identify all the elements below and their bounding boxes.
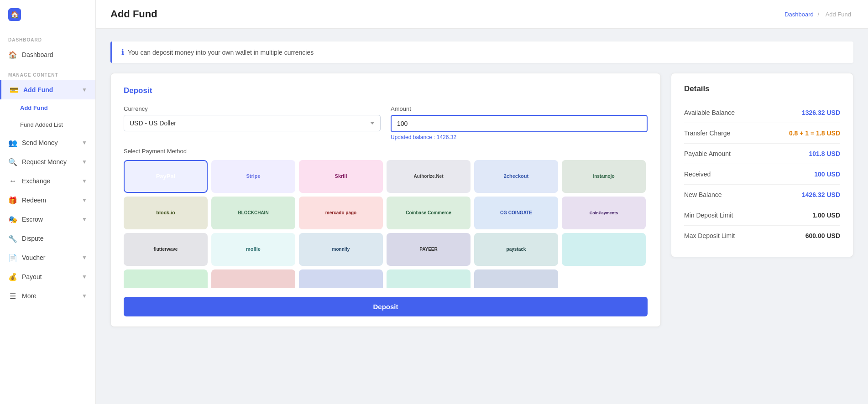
payment-item-instamojo[interactable]: instamojo bbox=[562, 160, 646, 193]
sidebar-item-dashboard[interactable]: 🏠 Dashboard bbox=[0, 45, 95, 64]
sidebar-sub-label: Fund Added List bbox=[20, 121, 63, 128]
payment-label-authorize: Authorize.Net bbox=[412, 172, 445, 181]
payment-item-authorize[interactable]: Authorize.Net bbox=[387, 160, 471, 193]
breadcrumb: Dashboard / Add Fund bbox=[784, 11, 853, 18]
currency-select[interactable]: USD - US Doller EUR - Euro GBP - British… bbox=[124, 115, 381, 131]
details-row: New Balance 1426.32 USD bbox=[684, 185, 840, 205]
payment-item-extra3[interactable] bbox=[211, 269, 295, 288]
chevron-down-icon: ▼ bbox=[82, 197, 87, 203]
sidebar-item-redeem[interactable]: 🎁 Redeem ▼ bbox=[0, 191, 95, 210]
payment-item-coinbase[interactable]: Coinbase Commerce bbox=[387, 197, 471, 229]
currency-group: Currency USD - US Doller EUR - Euro GBP … bbox=[124, 105, 381, 140]
sidebar-sub-label: Add Fund bbox=[20, 104, 48, 111]
payment-item-extra5[interactable] bbox=[387, 269, 471, 288]
details-row-value: 1426.32 USD bbox=[802, 191, 840, 198]
sidebar-item-label: Dashboard bbox=[22, 51, 53, 58]
updated-balance: Updated balance : 1426.32 bbox=[391, 134, 648, 140]
amount-group: Amount Updated balance : 1426.32 bbox=[391, 105, 648, 140]
chevron-down-icon: ▼ bbox=[82, 178, 87, 184]
sidebar-item-dispute[interactable]: 🔧 Dispute bbox=[0, 229, 95, 248]
details-row: Available Balance 1326.32 USD bbox=[684, 103, 840, 123]
deposit-button[interactable]: Deposit bbox=[124, 297, 648, 316]
payment-item-extra6[interactable] bbox=[474, 269, 558, 288]
redeem-icon: 🎁 bbox=[8, 196, 17, 205]
payment-label-stripe: Stripe bbox=[244, 171, 262, 181]
payment-item-coingate[interactable]: CG COINGATE bbox=[474, 197, 558, 229]
logo-icon: 🏠 bbox=[8, 8, 21, 21]
chevron-down-icon: ▼ bbox=[82, 87, 87, 93]
details-row: Max Deposit Limit 600.00 USD bbox=[684, 226, 840, 246]
payment-label-blockio: block.io bbox=[154, 208, 177, 218]
sidebar-item-send-money[interactable]: 👥 Send Money ▼ bbox=[0, 133, 95, 152]
payment-item-flutterwave[interactable]: flutterwave bbox=[124, 233, 208, 266]
sidebar-item-escrow[interactable]: 🎭 Escrow ▼ bbox=[0, 210, 95, 229]
details-row: Transfer Charge 0.8 + 1 = 1.8 USD bbox=[684, 123, 840, 144]
dashboard-icon: 🏠 bbox=[8, 50, 17, 59]
details-rows: Available Balance 1326.32 USD Transfer C… bbox=[684, 103, 840, 246]
payment-label-mercado: mercado pago bbox=[324, 208, 358, 218]
details-card-title: Details bbox=[684, 84, 840, 93]
voucher-icon: 📄 bbox=[8, 253, 17, 262]
details-row-value: 600.00 USD bbox=[805, 232, 840, 239]
payout-icon: 💰 bbox=[8, 272, 17, 281]
payment-item-skrill[interactable]: Skrill bbox=[299, 160, 383, 193]
breadcrumb-current: Add Fund bbox=[826, 11, 851, 18]
sidebar-section-dashboard: DASHBOARD bbox=[0, 29, 95, 45]
details-row: Min Deposit Limit 1.00 USD bbox=[684, 205, 840, 226]
sidebar-item-add-fund[interactable]: 💳 Add Fund ▼ bbox=[0, 80, 95, 99]
payment-item-stripe[interactable]: Stripe bbox=[211, 160, 295, 193]
details-card: Details Available Balance 1326.32 USD Tr… bbox=[671, 73, 853, 257]
details-row: Payable Amount 101.8 USD bbox=[684, 144, 840, 164]
chevron-down-icon: ▼ bbox=[82, 274, 87, 280]
payment-item-mollie[interactable]: mollie bbox=[211, 233, 295, 266]
sidebar-item-add-fund-sub[interactable]: Add Fund bbox=[0, 99, 95, 116]
payment-label-coingate: CG COINGATE bbox=[498, 208, 534, 218]
payment-item-coinpayments[interactable]: CoinPayments bbox=[562, 197, 646, 229]
topbar: Add Fund Dashboard / Add Fund bbox=[96, 0, 868, 29]
details-row-label: Transfer Charge bbox=[684, 129, 730, 137]
sidebar-item-voucher[interactable]: 📄 Voucher ▼ bbox=[0, 248, 95, 267]
payment-item-extra2[interactable] bbox=[124, 269, 208, 288]
sidebar-item-more[interactable]: ☰ More ▼ bbox=[0, 286, 95, 306]
payment-item-payeer[interactable]: PAYEER bbox=[387, 233, 471, 266]
details-row-value: 1326.32 USD bbox=[802, 109, 840, 116]
payment-item-paystack[interactable]: paystack bbox=[474, 233, 558, 266]
payment-item-blockio[interactable]: block.io bbox=[124, 197, 208, 229]
payment-methods-grid: PayPalStripeSkrillAuthorize.Net2checkout… bbox=[124, 160, 648, 288]
payment-item-2checkout[interactable]: 2checkout bbox=[474, 160, 558, 193]
deposit-card-title: Deposit bbox=[124, 86, 648, 95]
payment-label-paypal: PayPal bbox=[154, 171, 178, 182]
sidebar-item-label: Exchange bbox=[22, 177, 50, 185]
payment-item-mercado[interactable]: mercado pago bbox=[299, 197, 383, 229]
sidebar-item-label: More bbox=[22, 292, 37, 300]
amount-label: Amount bbox=[391, 105, 648, 112]
sidebar-item-exchange[interactable]: ↔ Exchange ▼ bbox=[0, 171, 95, 191]
sidebar-item-label: Send Money bbox=[22, 139, 58, 146]
sidebar-item-payout[interactable]: 💰 Payout ▼ bbox=[0, 267, 95, 286]
payment-item-extra4[interactable] bbox=[299, 269, 383, 288]
breadcrumb-home[interactable]: Dashboard bbox=[784, 11, 814, 18]
details-row-label: New Balance bbox=[684, 191, 722, 198]
payment-item-extra1[interactable] bbox=[562, 233, 646, 266]
payment-label-mollie: mollie bbox=[244, 244, 262, 254]
chevron-down-icon: ▼ bbox=[82, 293, 87, 299]
sidebar-item-label: Escrow bbox=[22, 216, 43, 223]
payment-item-blockchain[interactable]: BLOCKCHAIN bbox=[211, 197, 295, 229]
amount-input[interactable] bbox=[391, 115, 648, 132]
payment-item-monnify[interactable]: monnify bbox=[299, 233, 383, 266]
main-content: Add Fund Dashboard / Add Fund ℹ You can … bbox=[96, 0, 868, 404]
details-row-value: 1.00 USD bbox=[812, 212, 840, 219]
info-banner-text: You can deposit money into your own wall… bbox=[128, 49, 314, 56]
details-row-value: 101.8 USD bbox=[809, 150, 840, 157]
payment-item-paypal[interactable]: PayPal bbox=[124, 160, 208, 193]
sidebar-item-request-money[interactable]: 🔍 Request Money ▼ bbox=[0, 152, 95, 171]
sidebar-item-label: Payout bbox=[22, 273, 42, 280]
sidebar: 🏠 DASHBOARD 🏠 Dashboard MANAGE CONTENT 💳… bbox=[0, 0, 96, 404]
payment-label-extra1 bbox=[602, 248, 606, 251]
deposit-card: Deposit Currency USD - US Doller EUR - E… bbox=[110, 73, 661, 327]
payment-label-extra2 bbox=[164, 284, 167, 288]
sidebar-logo: 🏠 bbox=[0, 0, 95, 29]
info-icon: ℹ bbox=[121, 48, 124, 57]
sidebar-item-fund-added-list[interactable]: Fund Added List bbox=[0, 116, 95, 133]
payment-label-coinbase: Coinbase Commerce bbox=[404, 208, 453, 218]
